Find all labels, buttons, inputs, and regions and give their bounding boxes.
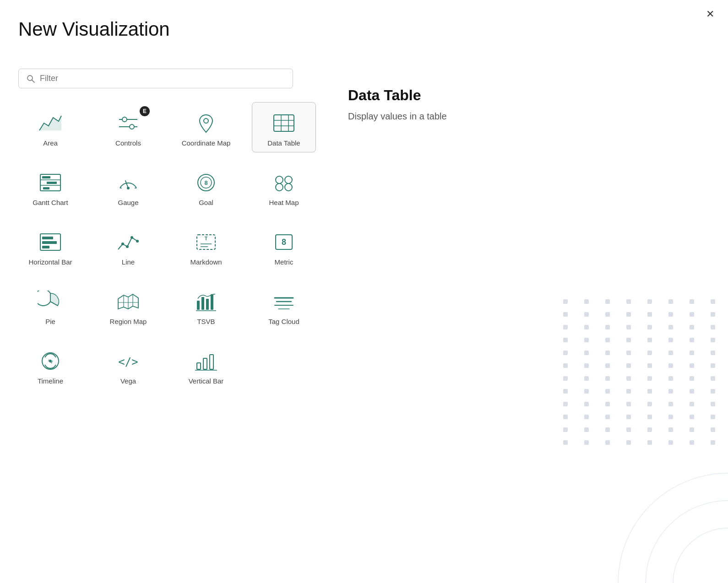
svg-point-37	[136, 240, 139, 243]
timeline-icon: ^v	[38, 350, 63, 372]
svg-rect-63	[197, 363, 201, 369]
svg-rect-65	[210, 355, 213, 369]
search-icon	[26, 74, 35, 83]
viz-label-tsvb: TSVB	[197, 317, 215, 326]
heat-map-icon	[271, 172, 297, 194]
viz-label-controls: Controls	[115, 139, 141, 148]
viz-label-gantt-chart: Gantt Chart	[33, 198, 68, 207]
viz-label-heat-map: Heat Map	[269, 198, 299, 207]
left-panel: Area E Controls Coordinate Map	[0, 59, 311, 583]
viz-item-heat-map[interactable]: Heat Map	[252, 162, 316, 212]
tag-cloud-icon	[271, 291, 297, 313]
svg-line-1	[32, 80, 35, 82]
viz-label-vega: Vega	[120, 377, 136, 386]
svg-point-36	[130, 236, 133, 239]
viz-item-coordinate-map[interactable]: Coordinate Map	[174, 102, 238, 152]
svg-point-4	[122, 117, 127, 122]
region-map-icon	[115, 291, 141, 313]
svg-rect-8	[274, 115, 294, 131]
viz-item-tsvb[interactable]: TSVB	[174, 281, 238, 331]
viz-item-gauge[interactable]: Gauge	[96, 162, 160, 212]
filter-box	[18, 69, 293, 88]
viz-item-markdown[interactable]: T Markdown	[174, 221, 238, 271]
svg-point-29	[285, 184, 292, 191]
svg-rect-64	[203, 358, 207, 369]
close-button[interactable]: ✕	[706, 9, 714, 19]
page-title: New Visualization	[18, 18, 170, 40]
svg-text:^v: ^v	[48, 359, 53, 364]
svg-rect-17	[47, 182, 57, 184]
svg-rect-31	[42, 237, 53, 239]
filter-input[interactable]	[40, 74, 285, 83]
svg-text:</>: </>	[118, 356, 138, 368]
viz-label-markdown: Markdown	[190, 258, 222, 267]
svg-point-69	[673, 528, 728, 583]
svg-rect-18	[43, 187, 49, 189]
viz-item-metric[interactable]: 8 Metric	[252, 221, 316, 271]
svg-point-68	[646, 501, 728, 583]
dots-grid	[563, 299, 723, 445]
svg-point-35	[126, 245, 129, 248]
viz-item-tag-cloud[interactable]: Tag Cloud	[252, 281, 316, 331]
svg-rect-32	[42, 241, 57, 244]
viz-item-area[interactable]: Area	[18, 102, 82, 152]
coordinate-map-icon	[193, 112, 219, 134]
viz-item-controls[interactable]: E Controls	[96, 102, 160, 152]
selected-viz-title: Data Table	[348, 87, 623, 104]
viz-item-vega[interactable]: </> Vega	[96, 340, 160, 390]
viz-item-vertical-bar[interactable]: Vertical Bar	[174, 340, 238, 390]
svg-point-7	[204, 119, 208, 123]
data-table-icon	[271, 112, 297, 134]
goal-icon: 8	[193, 172, 219, 194]
controls-icon	[115, 112, 141, 134]
viz-label-coordinate-map: Coordinate Map	[182, 139, 231, 148]
svg-text:8: 8	[204, 179, 207, 186]
svg-rect-50	[197, 301, 200, 310]
viz-item-line[interactable]: Line	[96, 221, 160, 271]
viz-item-pie[interactable]: Pie	[18, 281, 82, 331]
svg-rect-51	[201, 297, 204, 310]
svg-rect-33	[42, 246, 49, 248]
viz-item-gantt-chart[interactable]: Gantt Chart	[18, 162, 82, 212]
viz-label-goal: Goal	[199, 198, 213, 207]
svg-point-26	[276, 176, 283, 184]
vega-icon: </>	[115, 350, 141, 372]
line-icon	[115, 231, 141, 253]
svg-point-6	[130, 124, 134, 129]
metric-icon: 8	[271, 231, 297, 253]
viz-label-area: Area	[43, 139, 58, 148]
svg-point-67	[618, 473, 728, 583]
badge-e: E	[140, 106, 150, 116]
viz-item-region-map[interactable]: Region Map	[96, 281, 160, 331]
right-panel: Data Table Display values in a table	[330, 59, 641, 149]
horizontal-bar-icon	[38, 231, 63, 253]
svg-rect-16	[42, 176, 50, 178]
tsvb-icon	[193, 291, 219, 313]
svg-point-28	[276, 184, 283, 191]
svg-marker-2	[39, 116, 61, 130]
viz-item-timeline[interactable]: ^v Timeline	[18, 340, 82, 390]
dots-background	[499, 263, 728, 583]
area-icon	[38, 112, 63, 134]
viz-label-line: Line	[122, 258, 135, 267]
viz-label-gauge: Gauge	[118, 198, 138, 207]
svg-rect-52	[206, 299, 209, 310]
svg-rect-53	[211, 294, 213, 310]
vertical-bar-icon	[193, 350, 219, 372]
svg-point-34	[121, 243, 124, 245]
pie-icon	[38, 291, 63, 313]
viz-label-horizontal-bar: Horizontal Bar	[28, 258, 72, 267]
gantt-chart-icon	[38, 172, 63, 194]
viz-item-data-table[interactable]: Data Table	[252, 102, 316, 152]
selected-viz-description: Display values in a table	[348, 111, 623, 122]
svg-text:8: 8	[282, 238, 286, 247]
gauge-icon	[115, 172, 141, 194]
viz-item-goal[interactable]: 8 Goal	[174, 162, 238, 212]
svg-point-20	[127, 187, 130, 189]
svg-point-27	[285, 176, 292, 184]
viz-grid: Area E Controls Coordinate Map	[18, 102, 293, 390]
viz-label-data-table: Data Table	[267, 139, 300, 148]
viz-item-horizontal-bar[interactable]: Horizontal Bar	[18, 221, 82, 271]
markdown-icon: T	[193, 231, 219, 253]
viz-label-tag-cloud: Tag Cloud	[268, 317, 299, 326]
